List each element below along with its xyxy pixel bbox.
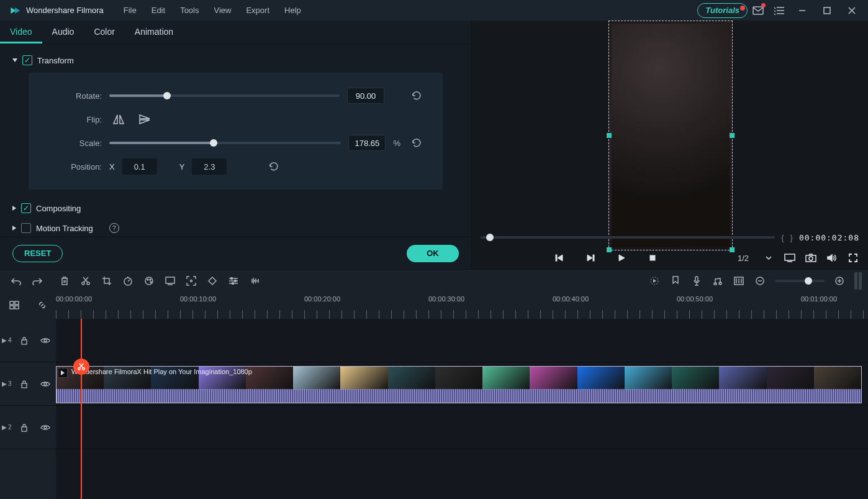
flip-vertical-button[interactable] (135, 112, 154, 127)
resize-handle-right[interactable] (730, 133, 735, 138)
stop-button[interactable] (644, 249, 661, 267)
marker-button[interactable] (666, 272, 685, 290)
track-header[interactable]: ▶4 (0, 319, 56, 362)
render-button[interactable] (644, 272, 664, 290)
svg-rect-36 (22, 427, 27, 431)
manage-tracks-button[interactable] (7, 298, 22, 313)
menu-view[interactable]: View (206, 2, 238, 19)
reset-button[interactable]: RESET (12, 245, 63, 262)
scale-reset-button[interactable] (408, 137, 425, 149)
playhead[interactable] (81, 319, 82, 499)
window-close-button[interactable] (839, 0, 864, 21)
step-back-button[interactable] (551, 249, 568, 267)
flip-horizontal-button[interactable] (109, 112, 128, 127)
zoom-to-fit-button[interactable] (854, 272, 862, 290)
volume-icon[interactable] (823, 249, 841, 267)
menu-tools[interactable]: Tools (173, 2, 206, 19)
preview-progress[interactable] (481, 236, 775, 239)
motion-tracking-checkbox[interactable] (21, 223, 31, 233)
record-vo-button[interactable] (687, 272, 707, 290)
window-minimize-button[interactable] (790, 0, 815, 21)
undo-button[interactable] (6, 272, 26, 290)
track-header[interactable]: ▶3 (0, 362, 56, 406)
eye-icon[interactable] (37, 375, 54, 393)
svg-point-12 (145, 277, 153, 285)
green-screen-button[interactable] (160, 272, 180, 290)
crop-button[interactable] (97, 272, 117, 290)
scale-slider[interactable] (109, 142, 341, 144)
eye-icon[interactable] (37, 332, 54, 349)
position-y-field[interactable]: 2.3 (192, 158, 227, 175)
compositing-checkbox[interactable] (21, 203, 31, 213)
step-forward-button[interactable] (582, 249, 599, 267)
help-icon[interactable]: ? (109, 223, 119, 233)
lock-icon[interactable] (16, 375, 33, 393)
keyframe-button[interactable] (202, 272, 222, 290)
rotate-value[interactable]: 90.00 (347, 88, 384, 104)
mark-in-icon[interactable]: { (781, 233, 784, 242)
color-button[interactable] (139, 272, 159, 290)
property-tabs: Video Audio Color Animation (0, 21, 471, 44)
scale-value[interactable]: 178.65 (348, 135, 386, 151)
link-button[interactable] (35, 298, 50, 313)
preview-quality-icon[interactable] (781, 249, 798, 267)
zoom-in-button[interactable] (830, 272, 849, 290)
section-compositing-header[interactable]: Compositing (12, 198, 459, 218)
rotate-slider[interactable] (109, 94, 340, 97)
preview-canvas[interactable] (472, 21, 868, 228)
tab-color[interactable]: Color (84, 21, 124, 43)
lock-icon[interactable] (16, 332, 33, 349)
zoom-out-button[interactable] (750, 272, 770, 290)
resize-handle-br[interactable] (730, 247, 735, 252)
delete-button[interactable] (55, 272, 75, 290)
menu-help[interactable]: Help (277, 2, 309, 19)
ruler-tick: 00:00:40:00 (553, 295, 589, 303)
notification-dot-icon (740, 6, 745, 11)
position-reset-button[interactable] (265, 161, 283, 172)
fullscreen-icon[interactable] (844, 249, 862, 267)
play-button[interactable] (613, 249, 630, 267)
transform-checkbox[interactable] (22, 55, 32, 65)
section-motion-tracking-header[interactable]: Motion Tracking ? (12, 218, 459, 237)
video-clip[interactable]: Wondershare FilmoraX Hit Play on Your Im… (56, 366, 862, 403)
mixer-button[interactable] (729, 272, 749, 290)
compositing-title: Compositing (36, 204, 81, 213)
task-list-icon[interactable] (769, 0, 790, 21)
snapshot-icon[interactable] (802, 249, 820, 267)
ok-button[interactable]: OK (407, 245, 459, 262)
transform-body: Rotate: 90.00 Flip: Scale: (29, 73, 443, 190)
motion-tracking-button[interactable] (181, 272, 201, 290)
tracks-area[interactable]: Wondershare FilmoraX Hit Play on Your Im… (56, 319, 868, 499)
ruler-tick: 00:00:10:00 (180, 295, 216, 303)
lock-icon[interactable] (16, 419, 33, 436)
menu-file[interactable]: File (116, 2, 144, 19)
mark-out-icon[interactable]: } (790, 233, 793, 242)
preview-zoom-dropdown[interactable] (760, 249, 777, 267)
preview-clip-bounds[interactable] (608, 21, 733, 250)
position-x-field[interactable]: 0.1 (122, 158, 157, 175)
track-header[interactable]: ▶2 (0, 406, 56, 449)
audio-sync-button[interactable] (708, 272, 728, 290)
section-transform-header[interactable]: Transform (12, 50, 459, 70)
tab-audio[interactable]: Audio (42, 21, 84, 43)
tutorials-button[interactable]: Tutorials (697, 3, 748, 18)
resize-handle-bl[interactable] (607, 247, 612, 252)
speed-button[interactable] (118, 272, 138, 290)
tab-animation[interactable]: Animation (125, 21, 183, 43)
resize-handle-left[interactable] (607, 133, 612, 138)
rotate-reset-button[interactable] (408, 90, 425, 101)
redo-button[interactable] (27, 272, 47, 290)
split-marker-icon[interactable] (73, 359, 89, 375)
messages-icon[interactable] (748, 0, 769, 21)
menu-bar: File Edit Tools View Export Help (116, 2, 309, 19)
menu-export[interactable]: Export (238, 2, 277, 19)
tab-video[interactable]: Video (0, 21, 42, 43)
menu-edit[interactable]: Edit (144, 2, 173, 19)
eye-icon[interactable] (37, 419, 54, 436)
window-maximize-button[interactable] (815, 0, 839, 21)
split-button[interactable] (76, 272, 96, 290)
timeline-zoom-slider[interactable] (775, 280, 825, 282)
adjust-button[interactable] (224, 272, 243, 290)
timeline-ruler[interactable]: 00:00:00:00 00:00:10:00 00:00:20:00 00:0… (56, 291, 868, 319)
audio-mix-button[interactable] (245, 272, 264, 290)
